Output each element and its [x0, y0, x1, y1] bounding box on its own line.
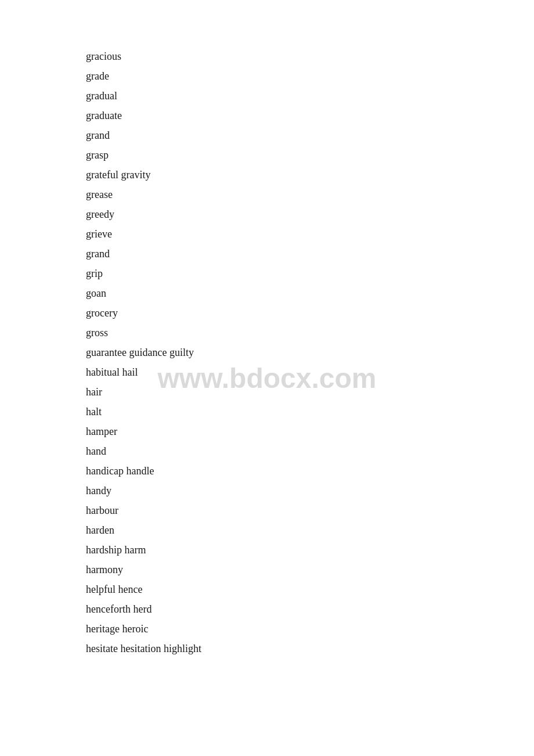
- list-item: grateful gravity: [86, 165, 534, 185]
- list-item: grease: [86, 185, 534, 204]
- list-item: harden: [86, 520, 534, 540]
- list-item: grade: [86, 66, 534, 86]
- list-item: hair: [86, 382, 534, 402]
- list-item: hamper: [86, 422, 534, 441]
- list-item: grocery: [86, 303, 534, 323]
- list-item: grieve: [86, 224, 534, 244]
- list-item: handicap handle: [86, 461, 534, 481]
- list-item: harmony: [86, 560, 534, 579]
- list-item: gross: [86, 323, 534, 343]
- list-item: grasp: [86, 145, 534, 165]
- list-item: handy: [86, 481, 534, 501]
- list-item: hesitate hesitation highlight: [86, 639, 534, 658]
- list-item: greedy: [86, 204, 534, 224]
- list-item: grand: [86, 244, 534, 264]
- list-item: halt: [86, 402, 534, 422]
- list-item: grip: [86, 264, 534, 283]
- list-item: goan: [86, 283, 534, 303]
- list-item: gradual: [86, 86, 534, 106]
- list-item: heritage heroic: [86, 619, 534, 639]
- list-item: harbour: [86, 501, 534, 520]
- list-item: graduate: [86, 106, 534, 125]
- list-item: guarantee guidance guilty: [86, 343, 534, 362]
- list-item: henceforth herd: [86, 599, 534, 619]
- word-list: graciousgradegradualgraduategrandgraspgr…: [0, 0, 534, 705]
- list-item: gracious: [86, 46, 534, 66]
- list-item: helpful hence: [86, 579, 534, 599]
- list-item: hardship harm: [86, 540, 534, 560]
- list-item: grand: [86, 125, 534, 145]
- list-item: hand: [86, 441, 534, 461]
- list-item: habitual hail: [86, 362, 534, 382]
